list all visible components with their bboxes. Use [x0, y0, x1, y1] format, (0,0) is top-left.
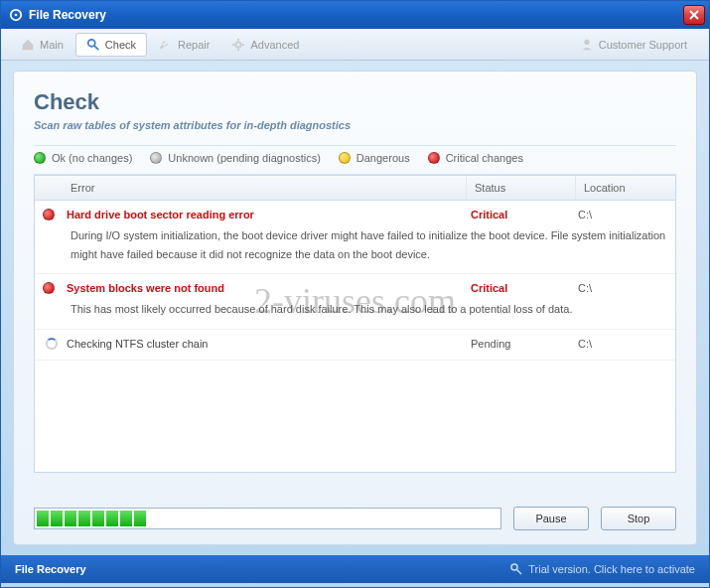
progress-segment: [120, 511, 132, 526]
row-location: C:\: [578, 209, 667, 220]
th-icon: [35, 176, 63, 200]
window: File Recovery Main Check Repair Advanced…: [0, 0, 710, 588]
row-location: C:\: [578, 282, 667, 294]
progress-bar: [34, 508, 501, 529]
tab-label: Check: [105, 39, 136, 51]
svg-point-1: [15, 14, 18, 17]
error-table: Error Status Location Hard drive boot se…: [34, 175, 676, 473]
page-title: Check: [34, 89, 676, 115]
spinner-icon: [43, 338, 61, 350]
progress-segment: [134, 511, 146, 526]
check-icon: [86, 38, 100, 52]
critical-icon: [43, 282, 61, 294]
key-icon: [510, 563, 522, 575]
tab-label: Customer Support: [599, 39, 687, 51]
toolbar: Main Check Repair Advanced Customer Supp…: [1, 29, 709, 61]
th-error[interactable]: Error: [63, 176, 467, 200]
statusbar: File Recovery Trial version. Click here …: [1, 555, 709, 583]
th-location[interactable]: Location: [576, 176, 675, 200]
legend-critical: Critical changes: [428, 152, 523, 164]
close-button[interactable]: [683, 5, 705, 25]
pause-button[interactable]: Pause: [513, 507, 589, 530]
table-header: Error Status Location: [35, 176, 675, 201]
tab-main[interactable]: Main: [11, 34, 73, 56]
status-legend: Ok (no changes) Unknown (pending diagnos…: [34, 145, 676, 175]
tab-repair[interactable]: Repair: [149, 34, 219, 56]
dot-yellow-icon: [339, 152, 351, 164]
close-icon: [689, 10, 699, 20]
gear-icon: [231, 38, 245, 52]
row-status: Pending: [471, 338, 578, 350]
row-location: C:\: [578, 338, 667, 350]
titlebar[interactable]: File Recovery: [1, 1, 709, 29]
progress-segment: [37, 511, 49, 526]
tab-check[interactable]: Check: [75, 33, 147, 57]
legend-unknown: Unknown (pending diagnostics): [150, 152, 320, 164]
bottom-bar: Pause Stop: [34, 507, 676, 530]
tab-customer-support[interactable]: Customer Support: [570, 34, 697, 56]
svg-point-4: [236, 42, 241, 47]
statusbar-right-text: Trial version. Click here to activate: [528, 563, 695, 575]
row-description: During I/O system initialization, the bo…: [43, 220, 667, 263]
svg-point-5: [584, 39, 589, 44]
row-title: System blocks were not found: [61, 282, 471, 294]
legend-label: Critical changes: [446, 152, 523, 164]
svg-line-7: [516, 569, 521, 574]
content-wrap: Check Scan raw tables of system attribut…: [1, 61, 709, 545]
tab-label: Main: [40, 39, 64, 51]
table-body: Hard drive boot sector reading errorCrit…: [35, 201, 675, 361]
legend-label: Dangerous: [356, 152, 410, 164]
legend-ok: Ok (no changes): [34, 152, 132, 164]
row-title: Checking NTFS cluster chain: [61, 338, 471, 350]
page-subtitle: Scan raw tables of system attributes for…: [34, 119, 676, 131]
content-panel: Check Scan raw tables of system attribut…: [13, 71, 697, 545]
dot-red-icon: [428, 152, 440, 164]
app-icon: [9, 8, 23, 22]
dot-gray-icon: [150, 152, 162, 164]
progress-segment: [92, 511, 104, 526]
stop-button[interactable]: Stop: [601, 507, 676, 530]
row-description: This has most likely occurred because of…: [43, 294, 667, 319]
tab-advanced[interactable]: Advanced: [221, 34, 309, 56]
progress-segment: [106, 511, 118, 526]
tab-label: Advanced: [250, 39, 299, 51]
critical-icon: [43, 209, 61, 220]
row-status: Critical: [471, 282, 578, 294]
table-row[interactable]: System blocks were not foundCriticalC:\T…: [35, 274, 675, 330]
table-row[interactable]: Checking NTFS cluster chainPendingC:\: [35, 330, 675, 361]
row-status: Critical: [471, 209, 578, 220]
svg-line-3: [94, 45, 98, 49]
person-icon: [580, 38, 594, 52]
legend-label: Ok (no changes): [52, 152, 132, 164]
activate-link[interactable]: Trial version. Click here to activate: [510, 563, 695, 575]
table-row[interactable]: Hard drive boot sector reading errorCrit…: [35, 201, 675, 274]
progress-segment: [51, 511, 63, 526]
th-status[interactable]: Status: [467, 176, 576, 200]
statusbar-left: File Recovery: [15, 563, 510, 575]
progress-segment: [78, 511, 90, 526]
wrench-icon: [159, 38, 173, 52]
dot-green-icon: [34, 152, 46, 164]
svg-point-2: [88, 39, 95, 46]
legend-dangerous: Dangerous: [339, 152, 410, 164]
home-icon: [21, 38, 35, 52]
legend-label: Unknown (pending diagnostics): [168, 152, 320, 164]
window-title: File Recovery: [29, 8, 683, 22]
progress-segment: [65, 511, 76, 526]
row-title: Hard drive boot sector reading error: [61, 209, 471, 220]
tab-label: Repair: [178, 39, 210, 51]
